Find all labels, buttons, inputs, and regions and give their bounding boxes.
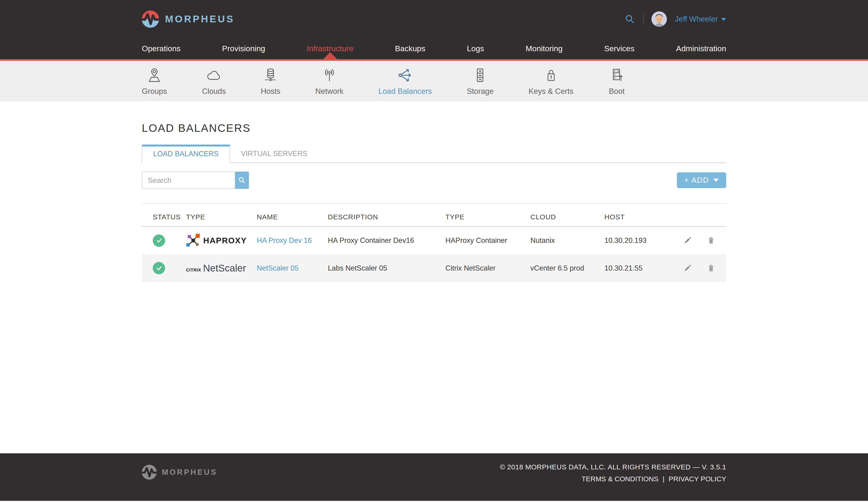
tab-virtual-servers[interactable]: VIRTUAL SERVERS — [230, 145, 318, 163]
main-content: LOAD BALANCERS LOAD BALANCERS VIRTUAL SE… — [0, 102, 868, 453]
page-title: LOAD BALANCERS — [142, 102, 726, 134]
subnav-label: Network — [315, 87, 343, 96]
load-balancers-table: STATUS TYPE NAME DESCRIPTION TYPE CLOUD … — [142, 203, 726, 282]
footer-morpheus-logo: MORPHEUS — [142, 461, 217, 483]
cell-cloud: Nutanix — [530, 227, 604, 254]
nav-item-monitoring[interactable]: Monitoring — [526, 38, 562, 59]
citrix-netscaler-logo: citrix NetScaler — [186, 263, 257, 274]
add-button-label: + ADD — [684, 176, 709, 185]
database-icon — [262, 67, 279, 84]
tab-load-balancers[interactable]: LOAD BALANCERS — [142, 145, 230, 163]
nav-item-backups[interactable]: Backups — [395, 38, 425, 59]
column-header-description: DESCRIPTION — [328, 203, 445, 227]
cloud-icon — [206, 67, 223, 84]
haproxy-logo-text: HAPROXY — [203, 236, 247, 245]
delete-button[interactable] — [707, 236, 715, 245]
terms-link[interactable]: TERMS & CONDITIONS — [582, 475, 659, 483]
subnav-item-hosts[interactable]: Hosts — [261, 67, 280, 96]
citrix-logo-text: citrix — [186, 266, 201, 273]
subnav-label: Boot — [609, 87, 625, 96]
table-row: citrix NetScaler NetScaler 05 Labs NetSc… — [142, 254, 726, 282]
subnav-label: Storage — [467, 87, 494, 96]
column-header-host: HOST — [604, 203, 670, 227]
column-header-actions — [670, 203, 726, 227]
cell-description: HA Proxy Container Dev16 — [328, 227, 445, 254]
avatar[interactable] — [651, 11, 667, 27]
cell-cloud: vCenter 6.5 prod — [530, 254, 604, 282]
load-balancer-icon — [397, 67, 414, 84]
footer: MORPHEUS © 2018 MORPHEUS DATA, LLC. ALL … — [0, 453, 868, 501]
nav-item-provisioning[interactable]: Provisioning — [222, 38, 265, 59]
edit-button[interactable] — [683, 264, 692, 273]
map-pin-icon — [146, 67, 163, 84]
load-balancer-name-link[interactable]: NetScaler 05 — [257, 264, 299, 272]
user-name: Jeff Wheeler — [675, 15, 718, 23]
morpheus-logo-icon — [142, 10, 159, 28]
subnav-item-storage[interactable]: Storage — [467, 67, 494, 96]
search-icon[interactable] — [624, 14, 635, 24]
nav-item-services[interactable]: Services — [604, 38, 634, 59]
nav-item-administration[interactable]: Administration — [676, 38, 726, 59]
delete-button[interactable] — [707, 264, 715, 273]
boot-server-icon — [608, 67, 625, 84]
netscaler-logo-text: NetScaler — [203, 263, 246, 274]
subnav-item-clouds[interactable]: Clouds — [202, 67, 226, 96]
search-button[interactable] — [235, 172, 249, 189]
header-divider — [643, 14, 643, 24]
cell-type: HAProxy Container — [445, 227, 530, 254]
column-header-type2: TYPE — [445, 203, 530, 227]
copyright-text: © 2018 MORPHEUS DATA, LLC. ALL RIGHTS RE… — [500, 463, 726, 471]
subnav-item-boot[interactable]: Boot — [608, 67, 625, 96]
links-separator: | — [663, 475, 664, 483]
padlock-icon — [543, 67, 559, 84]
column-header-type: TYPE — [186, 203, 257, 227]
nav-item-infrastructure[interactable]: Infrastructure — [307, 38, 353, 59]
column-header-status: STATUS — [142, 203, 186, 227]
cell-type: Citrix NetScaler — [445, 254, 530, 282]
table-row: HAPROXY HA Proxy Dev 16 HA Proxy Contain… — [142, 227, 726, 254]
subnav-item-groups[interactable]: Groups — [142, 67, 167, 96]
status-ok-icon — [153, 235, 165, 247]
status-ok-icon — [153, 262, 165, 274]
cell-description: Labs NetScaler 05 — [328, 254, 445, 282]
subnav-label: Keys & Certs — [528, 87, 574, 96]
nav-item-operations[interactable]: Operations — [142, 38, 180, 59]
subnav-label: Groups — [142, 87, 167, 96]
morpheus-logo[interactable]: MORPHEUS — [142, 10, 235, 28]
column-header-cloud: CLOUD — [530, 203, 604, 227]
user-menu[interactable]: Jeff Wheeler — [675, 15, 726, 23]
cell-host: 10.30.21.55 — [604, 254, 670, 282]
edit-button[interactable] — [683, 236, 692, 245]
search-icon — [238, 176, 246, 184]
table-header-row: STATUS TYPE NAME DESCRIPTION TYPE CLOUD … — [142, 203, 726, 227]
subnav-label: Hosts — [261, 87, 280, 96]
search-input[interactable] — [142, 172, 235, 189]
privacy-link[interactable]: PRIVACY POLICY — [669, 475, 726, 483]
chevron-down-icon — [721, 18, 726, 21]
add-button[interactable]: + ADD — [677, 172, 726, 188]
subnav-label: Load Balancers — [378, 87, 432, 96]
load-balancer-name-link[interactable]: HA Proxy Dev 16 — [257, 236, 312, 245]
toolbar: + ADD — [142, 172, 726, 189]
haproxy-logo: HAPROXY — [186, 233, 257, 248]
top-header: MORPHEUS — [0, 0, 868, 38]
infrastructure-subnav: Groups Clouds Ho — [0, 61, 868, 102]
subnav-label: Clouds — [202, 87, 226, 96]
cell-host: 10.30.20.193 — [604, 227, 670, 254]
main-navbar: Operations Provisioning Infrastructure B… — [0, 38, 868, 61]
footer-brand-name: MORPHEUS — [162, 468, 217, 477]
subnav-item-keys-certs[interactable]: Keys & Certs — [528, 67, 574, 96]
brand-name: MORPHEUS — [165, 13, 235, 25]
column-header-name: NAME — [257, 203, 328, 227]
subnav-item-network[interactable]: Network — [315, 67, 343, 96]
chevron-down-icon — [713, 178, 719, 182]
nav-item-logs[interactable]: Logs — [467, 38, 484, 59]
tab-bar: LOAD BALANCERS VIRTUAL SERVERS — [142, 145, 726, 163]
morpheus-logo-icon — [142, 465, 157, 480]
antenna-icon — [321, 67, 338, 84]
subnav-item-load-balancers[interactable]: Load Balancers — [378, 67, 432, 96]
storage-drawers-icon — [472, 67, 488, 84]
